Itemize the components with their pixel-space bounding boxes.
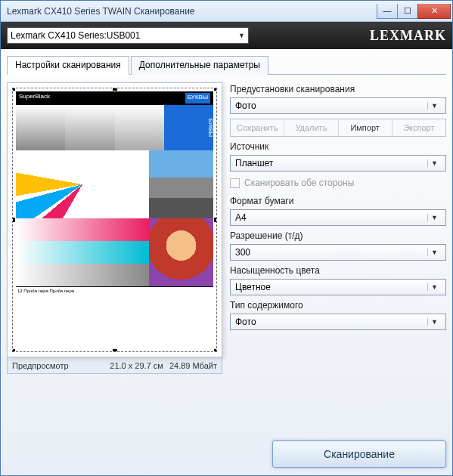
- crop-handle[interactable]: [12, 88, 15, 91]
- preview-label: Предпросмотр: [12, 361, 69, 370]
- chevron-down-icon: ▼: [427, 283, 441, 291]
- scan-button[interactable]: Сканирование: [272, 440, 446, 468]
- settings-column: Предустановки сканирования Фото ▼ Сохран…: [230, 82, 446, 440]
- duplex-label: Сканировать обе стороны: [244, 178, 354, 188]
- paper-label: Формат бумаги: [230, 196, 446, 206]
- color-label: Насыщенность цвета: [230, 265, 446, 276]
- tab-advanced[interactable]: Дополнительные параметры: [131, 56, 268, 75]
- content-type-label: Тип содержимого: [230, 300, 446, 311]
- delete-button[interactable]: Удалить: [284, 119, 338, 136]
- chevron-down-icon: ▼: [427, 214, 441, 221]
- chevron-down-icon: ▼: [427, 318, 441, 326]
- maximize-button[interactable]: ☐: [397, 4, 418, 19]
- crop-handle[interactable]: [214, 218, 217, 222]
- preset-select[interactable]: Фото ▼: [230, 97, 446, 114]
- dpi-select[interactable]: 300 ▼: [230, 244, 446, 261]
- chevron-down-icon: ▼: [427, 159, 441, 167]
- device-select[interactable]: Lexmark CX410 Series:USB001 ▼: [7, 27, 249, 44]
- duplex-checkbox[interactable]: [230, 178, 240, 188]
- crop-handle[interactable]: [12, 218, 15, 222]
- crop-handle[interactable]: [113, 88, 117, 91]
- duplex-checkbox-row: Сканировать обе стороны: [230, 178, 446, 188]
- device-bar: Lexmark CX410 Series:USB001 ▼ LEXMARK: [1, 22, 452, 49]
- preset-label: Предустановки сканирования: [230, 84, 446, 94]
- chevron-down-icon: ▼: [427, 249, 441, 256]
- close-button[interactable]: ✕: [417, 4, 451, 19]
- preview-filesize: 24.89 Мбайт: [169, 361, 217, 370]
- titlebar: Lexmark CX410 Series TWAIN Сканирование …: [1, 1, 452, 22]
- tab-scan-settings[interactable]: Настройки сканирования: [7, 56, 129, 75]
- export-button[interactable]: Экспорт: [392, 119, 445, 136]
- body: Настройки сканирования Дополнительные па…: [1, 49, 452, 475]
- brand-logo: LEXMARK: [370, 28, 446, 44]
- save-button[interactable]: Сохранить: [231, 119, 284, 136]
- main-window: Lexmark CX410 Series TWAIN Сканирование …: [0, 0, 453, 476]
- preview-status-bar: Предпросмотр 21.0 x 29.7 см 24.89 Мбайт: [7, 357, 222, 374]
- window-buttons: — ☐ ✕: [377, 4, 451, 19]
- test-page: SuperBlackБУКВЫ БУКВЫ 12 Проба пера Проб…: [16, 91, 213, 348]
- crop-handle[interactable]: [214, 88, 217, 91]
- preview-dimensions: 21.0 x 29.7 см: [110, 361, 163, 370]
- content-type-select[interactable]: Фото ▼: [230, 314, 446, 330]
- crop-handle[interactable]: [12, 349, 15, 352]
- chevron-down-icon: ▼: [238, 32, 245, 39]
- minimize-button[interactable]: —: [377, 4, 398, 19]
- source-label: Источник: [230, 141, 446, 152]
- preview-frame: SuperBlackБУКВЫ БУКВЫ 12 Проба пера Проб…: [7, 82, 222, 357]
- crop-handle[interactable]: [214, 349, 217, 352]
- dpi-label: Разрешение (т/д): [230, 230, 446, 241]
- window-title: Lexmark CX410 Series TWAIN Сканирование: [7, 6, 377, 17]
- content: SuperBlackБУКВЫ БУКВЫ 12 Проба пера Проб…: [7, 75, 446, 440]
- crop-handle[interactable]: [113, 349, 117, 352]
- preset-buttons: Сохранить Удалить Импорт Экспорт: [230, 119, 446, 137]
- device-select-value: Lexmark CX410 Series:USB001: [11, 30, 140, 41]
- source-select[interactable]: Планшет ▼: [230, 155, 446, 172]
- tabs: Настройки сканирования Дополнительные па…: [7, 55, 446, 75]
- import-button[interactable]: Импорт: [339, 119, 392, 136]
- chevron-down-icon: ▼: [427, 102, 441, 110]
- paper-select[interactable]: A4 ▼: [230, 209, 446, 226]
- preview-column: SuperBlackБУКВЫ БУКВЫ 12 Проба пера Проб…: [7, 82, 222, 440]
- preview-image[interactable]: SuperBlackБУКВЫ БУКВЫ 12 Проба пера Проб…: [12, 88, 217, 352]
- color-select[interactable]: Цветное ▼: [230, 279, 446, 295]
